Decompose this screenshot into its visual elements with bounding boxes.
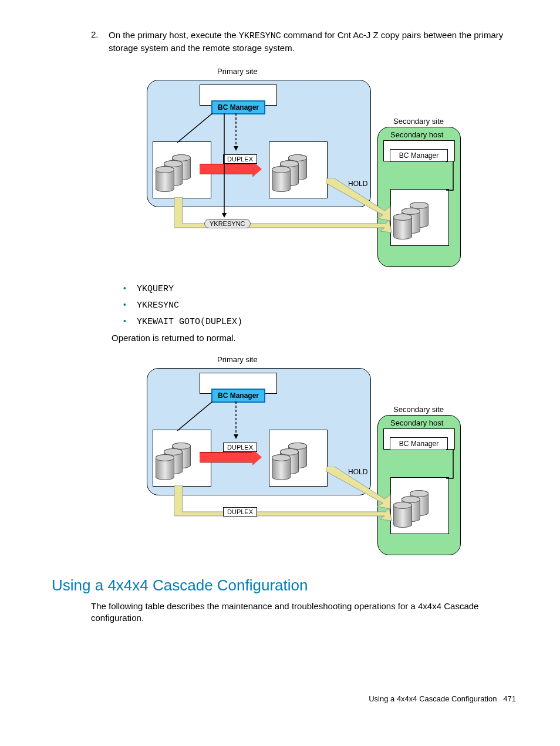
primary-site-label: Primary site [217,67,258,76]
operation-returned-text: Operation is returned to normal. [112,333,525,343]
bc-manager-primary: BC Manager [211,389,265,403]
svg-marker-4 [234,146,238,151]
duplex-label-2: DUPLEX [223,507,257,517]
bullet-item: • YKQUERY [123,283,525,294]
hold-label: HOLD [348,468,367,476]
ykresync-pill: YKRESYNC [204,219,251,228]
secondary-host-label: Secondary host [390,418,443,427]
bc-manager-secondary: BC Manager [390,149,448,162]
step-number: 2. [91,29,109,55]
arrow-p-to-l [200,452,252,463]
bullet-item: • YKRESYNC [123,300,525,310]
connector-p-to-r [174,485,397,526]
svg-marker-6 [222,213,227,218]
diagram-1: Primary site Primary host BC Manager Sec… [120,65,461,271]
primary-site-label: Primary site [217,355,258,364]
step-2: 2. On the primary host, execute the YKRE… [91,29,525,55]
bullet-dot-icon: • [123,300,126,309]
step-text: On the primary host, execute the YKRESYN… [109,29,525,55]
section-text: The following table describes the mainte… [91,600,525,625]
svg-line-9 [177,401,212,431]
page-footer: Using a 4x4x4 Cascade Configuration 471 [35,694,525,703]
diagram-2: Primary site Primary host BC Manager Sec… [120,353,461,559]
bullet-dot-icon: • [123,316,126,326]
hold-label: HOLD [348,180,367,188]
bc-secondary-connector [446,449,455,481]
bullet-dot-icon: • [123,283,126,293]
footer-page: 471 [503,694,516,703]
bc-secondary-connector [446,161,455,193]
footer-text: Using a 4x4x4 Cascade Configuration [369,694,497,703]
section-heading: Using a 4x4x4 Cascade Configuration [52,576,525,595]
svg-marker-11 [234,434,238,439]
command-inline: YKRESYNC [239,31,281,41]
bc-manager-primary: BC Manager [211,100,265,114]
duplex-label-1: DUPLEX [223,443,257,452]
svg-marker-8 [174,485,392,521]
svg-line-2 [177,113,212,143]
secondary-site-label: Secondary site [393,117,444,126]
secondary-site-label: Secondary site [393,405,444,414]
bc-connectors [177,401,254,443]
bullet-list: • YKQUERY • YKRESYNC • YKEWAIT GOTO(DUPL… [123,283,525,327]
secondary-host-label: Secondary host [390,130,443,139]
bullet-item: • YKEWAIT GOTO(DUPLEX) [123,316,525,327]
bc-connectors [177,113,254,225]
bc-manager-secondary: BC Manager [390,437,448,450]
